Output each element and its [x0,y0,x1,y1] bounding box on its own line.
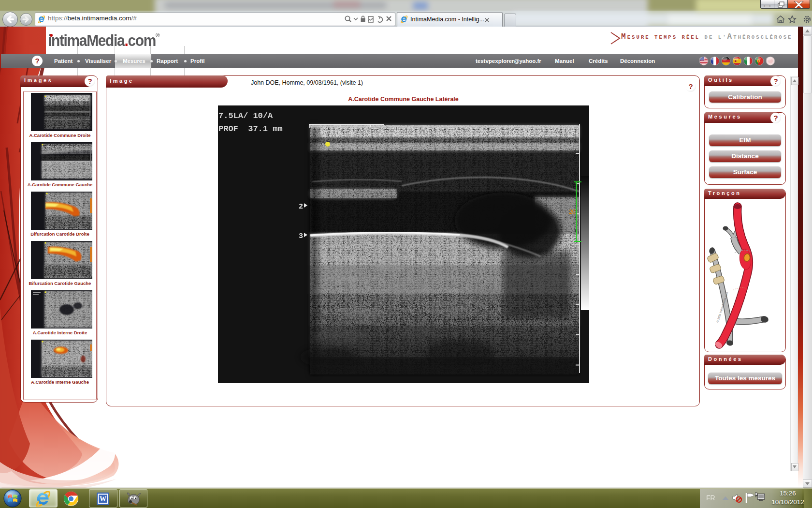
svg-text:3: 3 [299,232,303,240]
svg-text:W: W [100,495,106,503]
svg-text:7.5LA/ 10/A: 7.5LA/ 10/A [218,111,273,120]
svg-text:PROF 37.1 mm: PROF 37.1 mm [218,124,283,134]
svg-text:2: 2 [299,203,303,211]
svg-text:20: 20 [569,209,576,215]
